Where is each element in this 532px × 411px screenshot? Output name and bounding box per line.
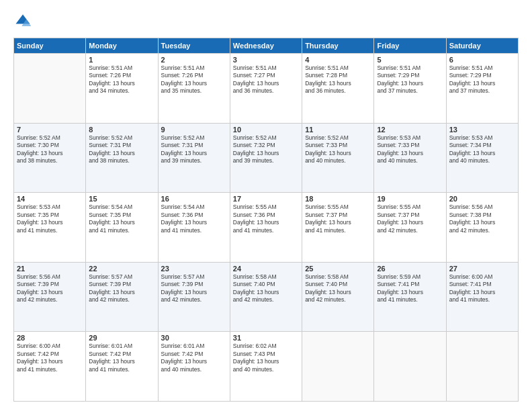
day-number: 12 — [377, 126, 443, 134]
day-number: 7 — [17, 126, 83, 134]
day-info: Sunrise: 5:51 AMSunset: 7:28 PMDaylight:… — [305, 64, 371, 95]
day-info: Sunrise: 6:00 AMSunset: 7:41 PMDaylight:… — [449, 273, 515, 304]
day-info: Sunrise: 5:51 AMSunset: 7:26 PMDaylight:… — [89, 64, 154, 95]
day-info: Sunrise: 5:56 AMSunset: 7:38 PMDaylight:… — [449, 203, 515, 234]
day-number: 19 — [377, 195, 443, 203]
logo-icon — [13, 12, 32, 31]
calendar-day-cell: 16Sunrise: 5:54 AMSunset: 7:36 PMDayligh… — [158, 193, 230, 263]
day-number: 11 — [305, 126, 371, 134]
calendar-week-row: 1Sunrise: 5:51 AMSunset: 7:26 PMDaylight… — [14, 54, 519, 124]
day-number: 23 — [161, 265, 227, 273]
day-info: Sunrise: 5:52 AMSunset: 7:31 PMDaylight:… — [89, 134, 154, 165]
day-number: 27 — [449, 265, 515, 273]
calendar-day-cell — [302, 332, 374, 402]
day-info: Sunrise: 5:51 AMSunset: 7:29 PMDaylight:… — [449, 64, 515, 95]
calendar-day-cell: 25Sunrise: 5:58 AMSunset: 7:40 PMDayligh… — [302, 262, 374, 332]
calendar-day-cell: 19Sunrise: 5:55 AMSunset: 7:37 PMDayligh… — [374, 193, 446, 263]
calendar-table: SundayMondayTuesdayWednesdayThursdayFrid… — [13, 38, 519, 402]
calendar-day-cell: 17Sunrise: 5:55 AMSunset: 7:36 PMDayligh… — [230, 193, 302, 263]
day-number: 21 — [17, 265, 83, 273]
day-number: 8 — [89, 126, 154, 134]
day-number: 2 — [161, 56, 227, 64]
header — [13, 12, 519, 31]
day-header-friday: Friday — [374, 38, 446, 54]
day-info: Sunrise: 5:55 AMSunset: 7:37 PMDaylight:… — [305, 203, 371, 234]
calendar-day-cell: 3Sunrise: 5:51 AMSunset: 7:27 PMDaylight… — [230, 54, 302, 124]
day-number: 25 — [305, 265, 371, 273]
calendar-day-cell: 23Sunrise: 5:57 AMSunset: 7:39 PMDayligh… — [158, 262, 230, 332]
calendar-day-cell: 6Sunrise: 5:51 AMSunset: 7:29 PMDaylight… — [446, 54, 518, 124]
day-info: Sunrise: 5:53 AMSunset: 7:33 PMDaylight:… — [377, 134, 443, 165]
day-info: Sunrise: 5:51 AMSunset: 7:29 PMDaylight:… — [377, 64, 443, 95]
calendar-week-row: 28Sunrise: 6:00 AMSunset: 7:42 PMDayligh… — [14, 332, 519, 402]
calendar-day-cell: 28Sunrise: 6:00 AMSunset: 7:42 PMDayligh… — [14, 332, 86, 402]
day-number: 16 — [161, 195, 227, 203]
calendar-day-cell: 10Sunrise: 5:52 AMSunset: 7:32 PMDayligh… — [230, 123, 302, 193]
day-header-sunday: Sunday — [14, 38, 86, 54]
day-number: 31 — [233, 334, 299, 342]
calendar-day-cell: 15Sunrise: 5:54 AMSunset: 7:35 PMDayligh… — [86, 193, 158, 263]
day-info: Sunrise: 5:52 AMSunset: 7:31 PMDaylight:… — [161, 134, 227, 165]
day-info: Sunrise: 5:58 AMSunset: 7:40 PMDaylight:… — [233, 273, 299, 304]
calendar-week-row: 7Sunrise: 5:52 AMSunset: 7:30 PMDaylight… — [14, 123, 519, 193]
calendar-day-cell: 11Sunrise: 5:52 AMSunset: 7:33 PMDayligh… — [302, 123, 374, 193]
day-info: Sunrise: 5:54 AMSunset: 7:35 PMDaylight:… — [89, 203, 154, 234]
day-info: Sunrise: 6:00 AMSunset: 7:42 PMDaylight:… — [17, 342, 83, 373]
calendar-day-cell: 9Sunrise: 5:52 AMSunset: 7:31 PMDaylight… — [158, 123, 230, 193]
day-number: 13 — [449, 126, 515, 134]
calendar-day-cell: 21Sunrise: 5:56 AMSunset: 7:39 PMDayligh… — [14, 262, 86, 332]
day-number: 24 — [233, 265, 299, 273]
day-info: Sunrise: 5:57 AMSunset: 7:39 PMDaylight:… — [89, 273, 154, 304]
calendar-day-cell: 31Sunrise: 6:02 AMSunset: 7:43 PMDayligh… — [230, 332, 302, 402]
day-info: Sunrise: 5:57 AMSunset: 7:39 PMDaylight:… — [161, 273, 227, 304]
calendar-day-cell: 5Sunrise: 5:51 AMSunset: 7:29 PMDaylight… — [374, 54, 446, 124]
day-number: 14 — [17, 195, 83, 203]
day-info: Sunrise: 5:52 AMSunset: 7:32 PMDaylight:… — [233, 134, 299, 165]
day-info: Sunrise: 5:55 AMSunset: 7:36 PMDaylight:… — [233, 203, 299, 234]
day-header-saturday: Saturday — [446, 38, 518, 54]
day-info: Sunrise: 5:54 AMSunset: 7:36 PMDaylight:… — [161, 203, 227, 234]
day-number: 18 — [305, 195, 371, 203]
day-number: 6 — [449, 56, 515, 64]
calendar-week-row: 14Sunrise: 5:53 AMSunset: 7:35 PMDayligh… — [14, 193, 519, 263]
calendar-day-cell: 2Sunrise: 5:51 AMSunset: 7:26 PMDaylight… — [158, 54, 230, 124]
day-header-monday: Monday — [86, 38, 158, 54]
day-info: Sunrise: 6:02 AMSunset: 7:43 PMDaylight:… — [233, 342, 299, 373]
calendar-week-row: 21Sunrise: 5:56 AMSunset: 7:39 PMDayligh… — [14, 262, 519, 332]
day-info: Sunrise: 5:59 AMSunset: 7:41 PMDaylight:… — [377, 273, 443, 304]
day-number: 10 — [233, 126, 299, 134]
day-number: 4 — [305, 56, 371, 64]
day-number: 30 — [161, 334, 227, 342]
day-number: 20 — [449, 195, 515, 203]
calendar-day-cell: 13Sunrise: 5:53 AMSunset: 7:34 PMDayligh… — [446, 123, 518, 193]
calendar-day-cell: 14Sunrise: 5:53 AMSunset: 7:35 PMDayligh… — [14, 193, 86, 263]
day-number: 22 — [89, 265, 154, 273]
day-header-thursday: Thursday — [302, 38, 374, 54]
day-number: 29 — [89, 334, 154, 342]
calendar-day-cell: 8Sunrise: 5:52 AMSunset: 7:31 PMDaylight… — [86, 123, 158, 193]
day-header-wednesday: Wednesday — [230, 38, 302, 54]
calendar-day-cell — [374, 332, 446, 402]
day-info: Sunrise: 5:52 AMSunset: 7:30 PMDaylight:… — [17, 134, 83, 165]
calendar-day-cell: 24Sunrise: 5:58 AMSunset: 7:40 PMDayligh… — [230, 262, 302, 332]
day-info: Sunrise: 5:58 AMSunset: 7:40 PMDaylight:… — [305, 273, 371, 304]
day-number: 3 — [233, 56, 299, 64]
calendar-day-cell — [446, 332, 518, 402]
logo — [13, 12, 35, 31]
calendar-day-cell: 20Sunrise: 5:56 AMSunset: 7:38 PMDayligh… — [446, 193, 518, 263]
calendar-day-cell: 1Sunrise: 5:51 AMSunset: 7:26 PMDaylight… — [86, 54, 158, 124]
calendar-day-cell — [14, 54, 86, 124]
day-number: 17 — [233, 195, 299, 203]
calendar-day-cell: 18Sunrise: 5:55 AMSunset: 7:37 PMDayligh… — [302, 193, 374, 263]
day-info: Sunrise: 5:51 AMSunset: 7:26 PMDaylight:… — [161, 64, 227, 95]
day-info: Sunrise: 5:51 AMSunset: 7:27 PMDaylight:… — [233, 64, 299, 95]
calendar-day-cell: 26Sunrise: 5:59 AMSunset: 7:41 PMDayligh… — [374, 262, 446, 332]
calendar-day-cell: 7Sunrise: 5:52 AMSunset: 7:30 PMDaylight… — [14, 123, 86, 193]
calendar-day-cell: 12Sunrise: 5:53 AMSunset: 7:33 PMDayligh… — [374, 123, 446, 193]
calendar-header-row: SundayMondayTuesdayWednesdayThursdayFrid… — [14, 38, 519, 54]
day-info: Sunrise: 5:55 AMSunset: 7:37 PMDaylight:… — [377, 203, 443, 234]
day-number: 1 — [89, 56, 154, 64]
calendar-day-cell: 30Sunrise: 6:01 AMSunset: 7:42 PMDayligh… — [158, 332, 230, 402]
day-info: Sunrise: 5:53 AMSunset: 7:34 PMDaylight:… — [449, 134, 515, 165]
day-number: 5 — [377, 56, 443, 64]
